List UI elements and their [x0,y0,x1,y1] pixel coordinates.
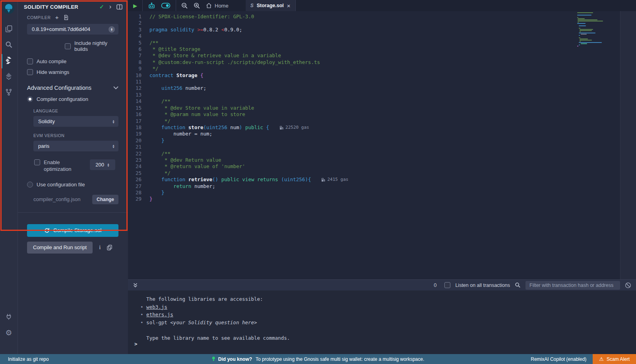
checkbox[interactable] [27,58,33,64]
solidity-compiler-icon[interactable] [0,52,18,68]
copilot-toggle-icon[interactable] [161,2,171,9]
code-line: 7 * @dev Store & retrieve value in a var… [128,52,636,59]
info-icon[interactable]: i [99,244,101,251]
icon-rail: ⚙ [0,0,18,354]
git-init-status[interactable]: Initialize as git repo [8,356,49,362]
code-line: 11 [128,79,636,85]
code-line: 10contract Storage { [128,72,636,79]
search-icon[interactable] [0,37,18,52]
deploy-run-icon[interactable] [0,68,18,84]
code-line: 6 * @title Storage [128,46,636,52]
terminal-line: • web3.js [134,303,636,311]
code-line: 5/** [128,40,636,46]
home-tab[interactable]: Home [206,3,229,9]
code-line: 22 /** [128,151,636,157]
git-icon[interactable] [0,84,18,100]
terminal-link[interactable]: ethers.js [146,312,173,318]
remix-ide-window: ⚙ SOLIDITY COMPILER ✓ › COMPILER + [0,0,636,364]
terminal-line: • ethers.js [134,311,636,319]
gas-estimate: 22520 gas [279,124,309,131]
code-area[interactable]: 1// SPDX-License-Identifier: GPL-3.023pr… [128,14,636,279]
settings-gear-icon[interactable]: ⚙ [0,325,18,341]
clear-console-icon[interactable] [625,282,631,288]
change-config-button[interactable]: Change [92,195,118,204]
checkbox[interactable] [27,69,33,75]
close-tab-icon[interactable]: × [287,3,291,9]
did-you-know-tip: Did you know? To prototype using the Gno… [212,356,425,362]
editor-toolbar: ▶ Home S Storage. [128,0,636,11]
code-line: 19 number = num; [128,131,636,137]
code-line: 28 } [128,190,636,196]
plugin-manager-icon[interactable] [0,309,18,325]
advanced-configurations-toggle[interactable]: Advanced Configurations [27,85,118,91]
pin-panel-chevron-icon[interactable]: › [109,4,111,10]
ai-copilot-robot-icon[interactable] [148,2,155,9]
open-file-icon[interactable] [63,15,69,20]
radio-selected[interactable] [27,96,33,102]
terminal-search-icon[interactable] [515,282,521,288]
tab-storage-sol[interactable]: S Storage.sol × [246,0,296,11]
copilot-status[interactable]: RemixAI Copilot (enabled) [531,356,586,362]
copy-icon[interactable] [107,245,112,250]
code-line: 13 [128,92,636,98]
file-explorer-icon[interactable] [0,21,18,37]
compiler-section-label: COMPILER [27,15,51,20]
enable-optimization-checkbox[interactable] [34,159,40,165]
transaction-filter-input[interactable] [525,281,620,290]
language-select[interactable]: Solidity ▲▼ [33,116,118,127]
solidity-file-icon: S [250,3,254,8]
remix-logo-icon[interactable] [3,2,15,14]
terminal-prompt[interactable]: > [134,340,138,348]
checkbox[interactable] [65,43,71,49]
code-line: 14 /** [128,98,636,105]
listen-all-transactions-checkbox[interactable] [444,282,450,288]
code-line: 26 function retrieve() public view retur… [128,176,636,183]
code-line: 2 [128,20,636,26]
evm-version-select[interactable]: paris ▲▼ [33,141,118,151]
include-nightly-checkbox[interactable]: Include nightly builds [65,40,118,52]
add-compiler-icon[interactable]: + [55,14,59,20]
collapse-terminal-icon[interactable] [133,283,138,288]
code-line: 8 * @custom:dev-run-script ./scripts/dep… [128,59,636,66]
refresh-icon [44,228,50,233]
optimization-runs-input[interactable]: 200 ▲▼ [90,159,115,170]
terminal-line: The following libraries are accessible: [134,295,636,303]
use-configuration-file-radio[interactable]: Use configuration file [27,182,118,188]
code-line: 23 * @dev Return value [128,157,636,163]
run-script-play-button[interactable]: ▶ [133,3,137,9]
terminal-line: • sol-gpt <your Solidity question here> [134,319,636,327]
gas-estimate: 2415 gas [321,176,348,183]
version-select-arrows-icon: ▲▼ [109,26,115,33]
code-line: 27 return number; [128,183,636,190]
code-line: 9 */ [128,66,636,72]
radio-unselected[interactable] [27,182,33,188]
compile-and-run-button[interactable]: Compile and Run script [27,242,93,254]
scam-alert-button[interactable]: ⚠ Scam Alert [593,354,636,364]
status-bar: Initialize as git repo Did you know? To … [0,354,636,364]
solidity-compiler-panel: SOLIDITY COMPILER ✓ › COMPILER + 0.8.19+… [18,0,128,354]
code-line: 1// SPDX-License-Identifier: GPL-3.0 [128,14,636,20]
zoom-out-icon[interactable] [181,2,188,9]
panel-divider [18,212,128,213]
split-panel-icon[interactable] [116,4,122,10]
compiler-version-select[interactable]: 0.8.19+commit.7dd6d404 ▲▼ [27,24,118,35]
auto-compile-checkbox[interactable]: Auto compile [27,58,118,64]
code-line: 4 [128,33,636,39]
terminal-link[interactable]: web3.js [146,304,167,310]
zoom-in-icon[interactable] [194,2,200,9]
code-line: 17 */ [128,118,636,124]
warning-icon: ⚠ [599,356,604,362]
hide-warnings-checkbox[interactable]: Hide warnings [27,69,118,75]
editor-minimap[interactable] [577,12,612,47]
code-line: 3pragma solidity >=0.8.2 <0.9.0; [128,27,636,33]
compile-button[interactable]: Compile Storage.sol [27,224,118,237]
compiler-configuration-radio[interactable]: Compiler configuration [27,96,118,102]
lightbulb-icon [212,356,215,362]
code-line: 29} [128,196,636,202]
evm-version-label: EVM VERSION [33,133,118,138]
compile-success-check-icon: ✓ [99,4,104,10]
editor-scrollbar[interactable] [620,11,636,279]
code-line: 21 [128,144,636,150]
terminal-output[interactable]: The following libraries are accessible: … [128,290,636,354]
code-editor[interactable]: 1// SPDX-License-Identifier: GPL-3.023pr… [128,11,636,279]
